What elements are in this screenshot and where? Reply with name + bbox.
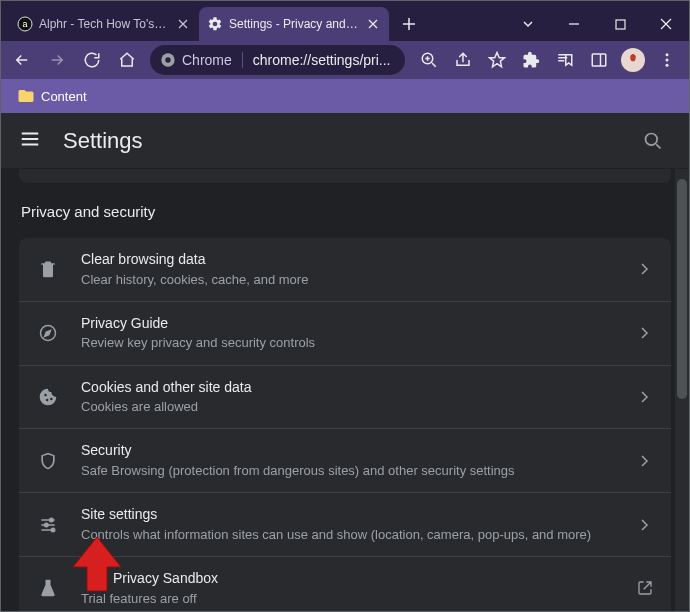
chevron-right-icon [637,389,653,405]
chevron-right-icon [637,517,653,533]
svg-point-10 [646,133,658,145]
new-tab-button[interactable] [395,10,423,38]
svg-text:a: a [22,19,27,29]
maximize-button[interactable] [597,7,643,41]
row-privacy-sandbox[interactable]: Privacy Sandbox Trial features are off [19,557,671,612]
chrome-origin-chip: Chrome [160,52,232,68]
tab-settings[interactable]: Settings - Privacy and sec [199,7,389,41]
row-subtitle: Clear history, cookies, cache, and more [81,271,637,289]
gear-icon [207,16,223,32]
svg-point-4 [165,57,170,62]
settings-title: Settings [63,128,143,154]
omnibox-prefix: Chrome [182,52,232,68]
row-title: Privacy Sandbox [81,569,637,589]
row-clear-browsing-data[interactable]: Clear browsing data Clear history, cooki… [19,238,671,302]
row-subtitle: Safe Browsing (protection from dangerous… [81,462,637,480]
settings-header: Settings [1,113,689,169]
row-subtitle: Controls what information sites can use … [81,526,637,544]
svg-rect-6 [592,54,606,66]
previous-card-edge [19,169,671,183]
alphr-favicon: a [17,16,33,32]
side-panel-icon[interactable] [583,44,615,76]
bookmark-folder-content[interactable]: Content [11,83,93,109]
tab-alphr[interactable]: a Alphr - Tech How To's & G [9,7,199,41]
minimize-button[interactable] [551,7,597,41]
row-security[interactable]: Security Safe Browsing (protection from … [19,429,671,493]
profile-avatar[interactable] [617,44,649,76]
forward-button[interactable] [42,44,73,76]
scrollbar-thumb[interactable] [677,179,687,399]
window-titlebar: a Alphr - Tech How To's & G Settings - P… [1,1,689,41]
hamburger-menu-icon[interactable] [19,128,41,154]
row-title: Clear browsing data [81,250,637,270]
chevron-down-icon[interactable] [505,7,551,41]
privacy-card: Clear browsing data Clear history, cooki… [19,238,671,612]
compass-icon [37,322,59,344]
row-title: Security [81,441,637,461]
chevron-right-icon [637,453,653,469]
close-icon[interactable] [175,16,191,32]
trash-icon [37,258,59,280]
bookmark-label: Content [41,89,87,104]
zoom-icon[interactable] [413,44,445,76]
home-button[interactable] [111,44,142,76]
reload-button[interactable] [77,44,108,76]
bookmark-star-icon[interactable] [481,44,513,76]
flask-icon [37,577,59,599]
browser-toolbar: Chrome chrome://settings/pri... [1,41,689,79]
address-bar[interactable]: Chrome chrome://settings/pri... [150,45,405,75]
reading-list-icon[interactable] [549,44,581,76]
tab-title: Settings - Privacy and sec [229,17,359,31]
row-subtitle: Trial features are off [81,590,637,608]
omnibox-url: chrome://settings/pri... [253,52,395,68]
cookie-icon [37,386,59,408]
extensions-icon[interactable] [515,44,547,76]
divider [242,52,243,68]
row-title: Privacy Guide [81,314,637,334]
svg-point-12 [50,518,53,521]
svg-point-9 [666,64,669,67]
svg-point-7 [666,53,669,56]
section-title: Privacy and security [21,203,669,220]
row-cookies[interactable]: Cookies and other site data Cookies are … [19,366,671,430]
row-site-settings[interactable]: Site settings Controls what information … [19,493,671,557]
row-privacy-guide[interactable]: Privacy Guide Review key privacy and sec… [19,302,671,366]
bookmarks-bar: Content [1,79,689,113]
scrollbar[interactable] [675,169,689,612]
menu-dots-icon[interactable] [651,44,683,76]
chevron-right-icon [637,325,653,341]
row-subtitle: Review key privacy and security controls [81,334,637,352]
chevron-right-icon [637,261,653,277]
tab-title: Alphr - Tech How To's & G [39,17,169,31]
row-subtitle: Cookies are allowed [81,398,637,416]
launch-icon [637,580,653,596]
row-title: Site settings [81,505,637,525]
close-icon[interactable] [365,16,381,32]
svg-rect-2 [616,20,625,29]
shield-icon [37,450,59,472]
settings-content: Privacy and security Clear browsing data… [1,169,689,612]
search-icon[interactable] [635,123,671,159]
back-button[interactable] [7,44,38,76]
share-icon[interactable] [447,44,479,76]
close-window-button[interactable] [643,7,689,41]
svg-point-14 [51,528,54,531]
row-title: Cookies and other site data [81,378,637,398]
svg-point-13 [45,523,48,526]
svg-point-8 [666,59,669,62]
sliders-icon [37,514,59,536]
